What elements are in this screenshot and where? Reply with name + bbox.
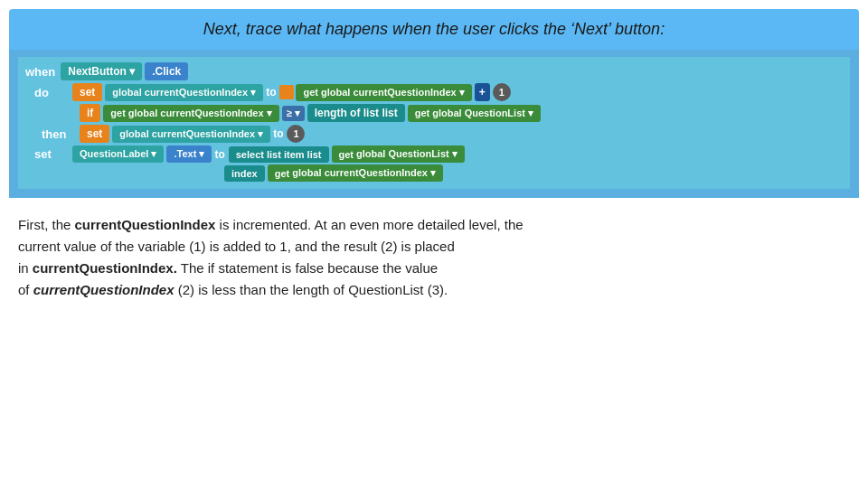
do-label: do xyxy=(34,86,67,99)
num-1-block[interactable]: 1 xyxy=(493,83,511,101)
desc-line4-end: (2) is less than the length of QuestionL… xyxy=(175,282,448,297)
select-list-item-block[interactable]: select list item list xyxy=(229,146,329,163)
set-row-1: do set global currentQuestionIndex ▾ to … xyxy=(34,83,843,101)
get-cqi-block-2[interactable]: get global currentQuestionIndex ▾ xyxy=(268,164,443,182)
text-block[interactable]: .Text ▾ xyxy=(166,145,212,163)
desc-line4-italic: currentQuestionIndex xyxy=(33,282,175,297)
cqi-block-2[interactable]: global currentQuestionIndex ▾ xyxy=(112,126,270,143)
index-block[interactable]: index xyxy=(224,165,265,182)
desc-line2: current value of the variable (1) is add… xyxy=(18,239,455,254)
page-container: Next, trace what happens when the user c… xyxy=(0,0,868,488)
next-button-block[interactable]: NextButton ▾ xyxy=(61,62,142,80)
desc-line1-start: First, the xyxy=(18,217,75,232)
desc-line3-bold: currentQuestionIndex. xyxy=(33,260,177,276)
if-block[interactable]: if xyxy=(80,104,100,122)
click-block[interactable]: .Click xyxy=(145,62,188,80)
to-label-3: to xyxy=(214,148,224,161)
set-row-2: set QuestionLabel ▾ .Text ▾ to select li… xyxy=(34,145,843,163)
header-bar: Next, trace what happens when the user c… xyxy=(9,9,859,50)
then-label: then xyxy=(42,127,74,141)
set-block-1[interactable]: set xyxy=(72,83,102,101)
desc-line3-start: in xyxy=(18,260,33,276)
desc-line1-end: is incremented. At an even more detailed… xyxy=(215,217,523,232)
gte-block[interactable]: ≥ ▾ xyxy=(282,106,305,121)
header-text: Next, trace what happens when the user c… xyxy=(203,20,665,38)
blocks-area: when NextButton ▾ .Click do set glob xyxy=(9,50,859,198)
do-section: do set global currentQuestionIndex ▾ to … xyxy=(34,83,843,182)
if-row: if get global currentQuestionIndex ▾ ≥ ▾… xyxy=(34,104,843,122)
description-area: First, the currentQuestionIndex is incre… xyxy=(0,198,868,317)
get-ql-block[interactable]: get global QuestionList ▾ xyxy=(408,105,541,122)
when-row: when NextButton ▾ .Click xyxy=(25,62,843,80)
orange-sq-1 xyxy=(279,85,294,99)
desc-line3-end: The if statement is false because the va… xyxy=(177,260,438,276)
to-label-2: to xyxy=(273,127,283,140)
blocks-inner: when NextButton ▾ .Click do set glob xyxy=(18,57,850,189)
ql-block[interactable]: QuestionLabel ▾ xyxy=(72,145,164,163)
desc-line4-start: of xyxy=(18,282,33,297)
desc-line1-bold: currentQuestionIndex xyxy=(75,217,216,232)
get-ql-block-2[interactable]: get global QuestionList ▾ xyxy=(332,145,465,163)
num-1-block-2[interactable]: 1 xyxy=(287,125,305,143)
get-block-1[interactable]: get global currentQuestionIndex ▾ xyxy=(296,84,471,101)
when-label: when xyxy=(25,65,55,79)
desc-line-1-2: First, the currentQuestionIndex is incre… xyxy=(18,214,850,301)
set-block-2[interactable]: set xyxy=(80,125,109,143)
length-of-list-block[interactable]: length of list list xyxy=(307,104,405,122)
to-label-1: to xyxy=(266,86,276,99)
set-label-2: set xyxy=(34,147,67,161)
set-row-3: index get global currentQuestionIndex ▾ xyxy=(224,164,843,182)
get-block-2[interactable]: get global currentQuestionIndex ▾ xyxy=(103,105,278,122)
cqi-block-1[interactable]: global currentQuestionIndex ▾ xyxy=(105,84,263,101)
plus-block[interactable]: + xyxy=(475,83,490,101)
then-row: then set global currentQuestionIndex ▾ t… xyxy=(42,125,843,143)
